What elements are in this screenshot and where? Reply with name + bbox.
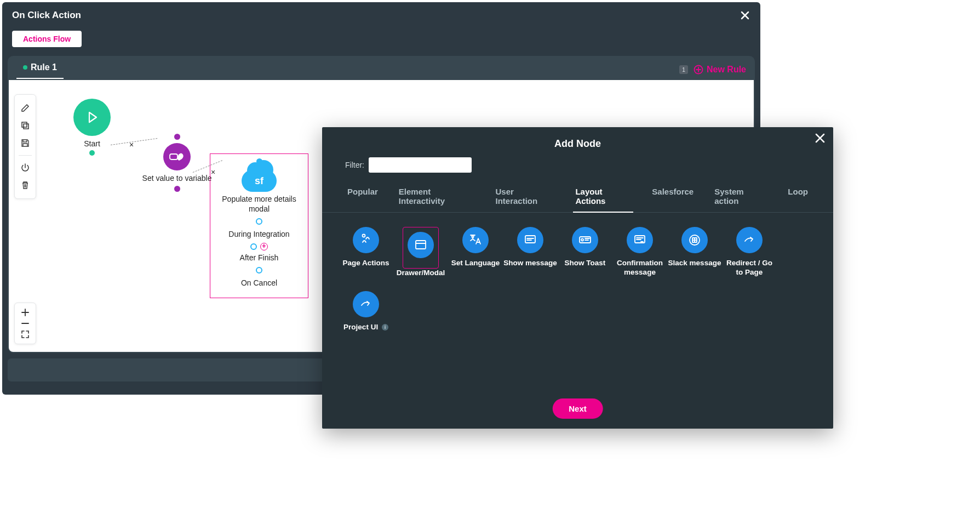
- slack-icon: [687, 232, 702, 248]
- connector-port[interactable]: [256, 267, 262, 274]
- window-header: On Click Action: [2, 2, 760, 29]
- panel-tab-popular[interactable]: Popular: [345, 183, 380, 212]
- redirect-icon: [742, 232, 757, 248]
- add-branch-button[interactable]: [260, 243, 268, 250]
- node-option-slack-message[interactable]: Slack message: [667, 227, 722, 278]
- info-icon: i: [382, 324, 388, 331]
- project-icon: [358, 297, 374, 312]
- connector-port[interactable]: [89, 150, 95, 156]
- node-option-page-actions[interactable]: Page Actions: [339, 227, 393, 278]
- add-node-panel: Add Node Filter: PopularElement Interact…: [322, 127, 833, 429]
- node-option-label: Drawer/Modal: [393, 269, 448, 278]
- svg-rect-6: [525, 236, 535, 243]
- node-option-label: Redirect / Go to Page: [722, 259, 777, 277]
- node-option-label: Show message: [503, 259, 558, 268]
- filter-input[interactable]: [369, 157, 472, 173]
- fullscreen-icon: [20, 329, 30, 339]
- connector-port[interactable]: [256, 218, 262, 225]
- canvas-zoom-toolbar: [14, 303, 36, 344]
- salesforce-cloud-icon: sf: [242, 170, 277, 192]
- connector-port[interactable]: [174, 134, 180, 140]
- node-option-drawer-modal[interactable]: Drawer/Modal: [393, 227, 448, 278]
- svg-rect-1: [22, 122, 27, 127]
- svg-point-8: [581, 239, 583, 241]
- plus-circle-icon: [694, 65, 703, 75]
- svg-rect-3: [170, 154, 177, 159]
- new-rule-button[interactable]: New Rule: [694, 65, 746, 75]
- start-label: Start: [73, 139, 111, 148]
- trash-icon: [20, 180, 30, 190]
- filter-label: Filter:: [345, 161, 364, 169]
- hand-click-icon: [169, 151, 185, 163]
- node-option-show-toast[interactable]: Show Toast: [558, 227, 612, 278]
- power-icon: [20, 163, 30, 173]
- copy-tool[interactable]: [18, 118, 33, 133]
- next-button[interactable]: Next: [552, 398, 603, 419]
- node-option-label: Page Actions: [339, 259, 393, 268]
- node-option-redirect-go-to-page[interactable]: Redirect / Go to Page: [722, 227, 777, 278]
- msg-icon: [523, 232, 538, 248]
- panel-tab-user-interaction[interactable]: User Interaction: [494, 183, 557, 212]
- actions-flow-pill[interactable]: Actions Flow: [12, 31, 82, 47]
- rule-tab[interactable]: Rule 1: [16, 60, 64, 79]
- sf-during: During Integration: [215, 229, 303, 239]
- flow-node-variable[interactable]: Set value to variable: [136, 134, 218, 192]
- sf-title: Populate more details modal: [215, 194, 303, 214]
- panel-tab-loop[interactable]: Loop: [786, 183, 810, 212]
- toast-icon: [577, 232, 593, 248]
- connector-port[interactable]: [174, 186, 180, 192]
- node-option-label: Confirmation message: [612, 259, 667, 277]
- connector-delete[interactable]: ×: [129, 140, 134, 149]
- node-option-label: Slack message: [667, 259, 722, 268]
- rule-counter: 1: [679, 65, 688, 74]
- play-icon: [84, 110, 100, 125]
- zoom-in-button[interactable]: [20, 307, 30, 317]
- node-option-confirmation-message[interactable]: Confirmation message: [612, 227, 667, 278]
- power-tool[interactable]: [18, 160, 33, 175]
- new-rule-label: New Rule: [707, 65, 746, 75]
- fit-button[interactable]: [20, 329, 30, 339]
- close-icon: [740, 10, 750, 21]
- save-tool[interactable]: [18, 135, 33, 151]
- node-option-set-language[interactable]: Set Language: [448, 227, 503, 278]
- window-close-button[interactable]: [740, 10, 750, 21]
- lang-icon: [468, 232, 483, 248]
- drawer-icon: [413, 237, 428, 253]
- flow-node-start[interactable]: Start: [73, 99, 111, 156]
- flow-node-salesforce[interactable]: sf Populate more details modal During In…: [210, 153, 308, 298]
- sf-after: After Finish: [215, 253, 303, 263]
- panel-close-button[interactable]: [815, 133, 826, 144]
- save-icon: [20, 138, 30, 148]
- pencil-icon: [20, 103, 30, 113]
- zoom-out-button[interactable]: [20, 318, 30, 328]
- svg-rect-5: [416, 241, 426, 249]
- connector-port[interactable]: [250, 243, 257, 250]
- rule-active-dot: [23, 65, 27, 70]
- edit-tool[interactable]: [18, 100, 33, 116]
- svg-rect-2: [24, 124, 28, 129]
- confirm-icon: [632, 232, 647, 248]
- run-icon: [358, 232, 374, 248]
- minus-icon: [20, 318, 30, 328]
- node-option-label: Set Language: [448, 259, 503, 268]
- panel-tabs: PopularElement InteractivityUser Interac…: [322, 183, 833, 213]
- plus-icon: [20, 307, 30, 317]
- window-title: On Click Action: [12, 10, 81, 21]
- node-grid: Page ActionsDrawer/ModalSet LanguageShow…: [322, 213, 833, 351]
- panel-title: Add Node: [322, 127, 833, 157]
- panel-tab-layout-actions[interactable]: Layout Actions: [573, 183, 633, 212]
- rule-bar: Rule 1 1 New Rule: [8, 56, 755, 80]
- panel-tab-element-interactivity[interactable]: Element Interactivity: [397, 183, 477, 212]
- delete-tool[interactable]: [18, 178, 33, 193]
- rule-tab-label: Rule 1: [31, 62, 57, 72]
- node-option-label: Project UI i: [339, 323, 393, 332]
- sf-cancel: On Cancel: [215, 278, 303, 288]
- node-option-project-ui[interactable]: Project UI i: [339, 291, 393, 332]
- node-option-label: Show Toast: [558, 259, 612, 268]
- copy-icon: [20, 121, 30, 130]
- panel-tab-system-action[interactable]: System action: [712, 183, 769, 212]
- panel-tab-salesforce[interactable]: Salesforce: [650, 183, 696, 212]
- svg-point-4: [363, 235, 365, 237]
- node-option-show-message[interactable]: Show message: [503, 227, 558, 278]
- variable-label: Set value to variable: [136, 174, 218, 183]
